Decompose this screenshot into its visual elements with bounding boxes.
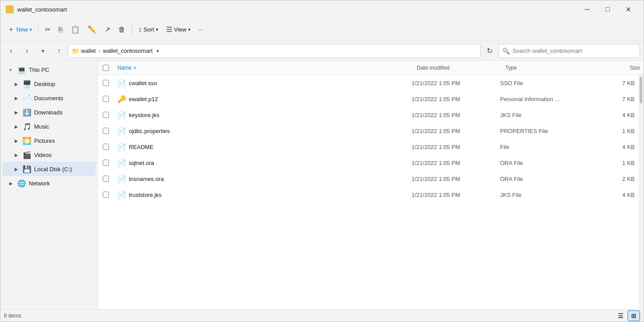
row-checkbox-5[interactable]	[103, 160, 109, 166]
main-area: ▾ 💻 This PC ▶ 🖥️ Desktop ▶ 📄 Documents ▶…	[0, 61, 644, 309]
row-checkbox-2[interactable]	[103, 112, 109, 118]
sidebar-item-local-disk[interactable]: ▶ 💾 Local Disk (C:)	[2, 162, 96, 176]
address-box[interactable]: 📁 wallet › wallet_contosomart ▾	[68, 44, 481, 58]
row-check-2[interactable]	[98, 112, 114, 118]
col-header-name[interactable]: Name ∧	[114, 65, 413, 71]
address-chevron-icon[interactable]: ▾	[156, 48, 159, 54]
select-all-checkbox[interactable]	[103, 65, 109, 71]
videos-icon: 🎬	[23, 151, 31, 159]
rename-button[interactable]: ✏️	[84, 22, 100, 38]
row-checkbox-1[interactable]	[103, 96, 109, 102]
breadcrumb-wallet: wallet	[81, 47, 96, 54]
share-button[interactable]: ↗	[101, 22, 114, 38]
col-name-label: Name	[117, 65, 132, 71]
sidebar-item-music[interactable]: ▶ 🎵 Music	[2, 119, 96, 134]
documents-icon: 📄	[23, 94, 31, 102]
sidebar-label-network: Network	[29, 180, 50, 187]
table-row[interactable]: 📄 truststore.jks 1/21/2022 1:05 PM JKS F…	[98, 187, 638, 203]
table-row[interactable]: 📄 sqlnet.ora 1/21/2022 1:05 PM ORA File …	[98, 155, 638, 171]
table-row[interactable]: 📄 README 1/21/2022 1:05 PM File 4 KB	[98, 139, 638, 155]
file-icon-1: 🔑	[117, 95, 126, 103]
header-check[interactable]	[98, 65, 114, 71]
row-checkbox-7[interactable]	[103, 192, 109, 198]
chevron-downloads-icon: ▶	[15, 110, 20, 115]
row-checkbox-0[interactable]	[103, 80, 109, 86]
chevron-desktop-icon: ▶	[15, 82, 20, 86]
sidebar-item-videos[interactable]: ▶ 🎬 Videos	[2, 148, 96, 162]
sidebar-item-desktop[interactable]: ▶ 🖥️ Desktop	[2, 77, 96, 91]
scroll-thumb[interactable]	[640, 77, 642, 103]
file-icon-3: 📄	[117, 127, 126, 135]
more-button[interactable]: ···	[195, 22, 207, 38]
row-check-5[interactable]	[98, 160, 114, 166]
row-name-2: 📄 keystore.jks	[114, 111, 408, 119]
row-size-7: 4 KB	[594, 192, 638, 198]
table-row[interactable]: 🔑 ewallet.p12 1/21/2022 1:05 PM Personal…	[98, 91, 638, 107]
plus-icon: ＋	[8, 25, 15, 34]
window-title: wallet_contosomart	[17, 6, 67, 13]
file-icon-7: 📄	[117, 191, 126, 199]
back-button[interactable]: ‹	[4, 44, 18, 58]
close-button[interactable]: ✕	[618, 2, 638, 16]
scrollbar[interactable]	[638, 75, 644, 309]
minimize-button[interactable]: ─	[577, 2, 597, 16]
table-row[interactable]: 📄 tnsnames.ora 1/21/2022 1:05 PM ORA Fil…	[98, 171, 638, 187]
address-bar: ‹ › ▾ ↑ 📁 wallet › wallet_contosomart ▾ …	[0, 41, 644, 61]
row-check-6[interactable]	[98, 176, 114, 182]
paste-button[interactable]: 📋	[67, 22, 83, 38]
file-area: Name ∧ Date modified Type Size	[98, 61, 644, 309]
row-checkbox-3[interactable]	[103, 128, 109, 134]
toolbar-sep-2	[132, 24, 132, 35]
sidebar-item-network[interactable]: ▶ 🌐 Network	[2, 176, 96, 190]
grid-view-button[interactable]: ⊞	[628, 310, 640, 321]
view-button[interactable]: ☰ View ▾	[163, 22, 194, 38]
recent-button[interactable]: ▾	[36, 44, 50, 58]
new-label: New	[16, 26, 28, 33]
row-check-7[interactable]	[98, 192, 114, 198]
file-icon-4: 📄	[117, 143, 126, 151]
forward-button[interactable]: ›	[20, 44, 34, 58]
table-row[interactable]: 📄 cwallet.sso 1/21/2022 1:05 PM SSO File…	[98, 75, 638, 91]
row-type-7: JKS File	[497, 192, 594, 198]
new-button[interactable]: ＋ New ▾	[4, 22, 35, 38]
row-checkbox-6[interactable]	[103, 176, 109, 182]
row-check-1[interactable]	[98, 96, 114, 102]
refresh-button[interactable]: ↻	[482, 44, 497, 58]
chevron-network-icon: ▶	[9, 181, 15, 186]
delete-button[interactable]: 🗑	[115, 22, 129, 38]
maximize-button[interactable]: □	[597, 2, 618, 16]
list-view-icon: ☰	[618, 312, 624, 319]
up-button[interactable]: ↑	[52, 44, 66, 58]
row-check-0[interactable]	[98, 80, 114, 86]
row-checkbox-4[interactable]	[103, 144, 109, 150]
row-type-2: JKS File	[497, 112, 594, 118]
file-name-2: keystore.jks	[129, 112, 159, 118]
row-type-4: File	[497, 144, 594, 150]
file-name-4: README	[129, 144, 154, 150]
col-header-type[interactable]: Type	[502, 65, 599, 71]
sort-button[interactable]: ↕ Sort ▾	[135, 22, 162, 38]
row-date-6: 1/21/2022 1:05 PM	[408, 176, 497, 182]
cut-button[interactable]: ✂	[41, 22, 54, 38]
col-header-size[interactable]: Size	[599, 65, 644, 71]
row-name-4: 📄 README	[114, 143, 408, 151]
search-input[interactable]	[512, 47, 636, 54]
col-header-date[interactable]: Date modified	[413, 65, 502, 71]
more-label: ···	[198, 26, 203, 33]
copy-button[interactable]: ⎘	[55, 22, 66, 38]
sidebar-item-this-pc[interactable]: ▾ 💻 This PC	[2, 63, 96, 77]
sidebar-item-downloads[interactable]: ▶ ⬇️ Downloads	[2, 105, 96, 119]
sidebar-item-pictures[interactable]: ▶ 🌅 Pictures	[2, 134, 96, 148]
sort-label: Sort	[144, 26, 154, 33]
sidebar-item-documents[interactable]: ▶ 📄 Documents	[2, 91, 96, 105]
search-box[interactable]: 🔍	[498, 44, 640, 58]
list-view-button[interactable]: ☰	[614, 310, 627, 321]
row-check-4[interactable]	[98, 144, 114, 150]
status-items-count: 8 items	[4, 313, 21, 319]
table-row[interactable]: 📄 keystore.jks 1/21/2022 1:05 PM JKS Fil…	[98, 107, 638, 123]
row-size-4: 4 KB	[594, 144, 638, 150]
row-check-3[interactable]	[98, 128, 114, 134]
sidebar-label-music: Music	[34, 123, 49, 130]
row-type-1: Personal Information ...	[497, 96, 594, 102]
table-row[interactable]: 📄 ojdbc.properties 1/21/2022 1:05 PM PRO…	[98, 123, 638, 139]
